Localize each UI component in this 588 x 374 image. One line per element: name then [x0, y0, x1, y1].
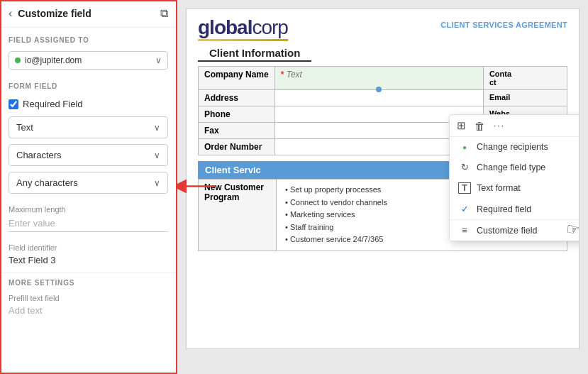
characters-dropdown[interactable]: Characters ∨	[9, 144, 168, 166]
logo-area: globalcorp	[198, 18, 288, 41]
client-info-heading: Client Information	[209, 47, 300, 59]
asterisk: *	[281, 70, 287, 79]
required-field-checkbox[interactable]	[9, 99, 18, 109]
more-icon[interactable]: ···	[494, 121, 505, 131]
required-field-checkbox-label: Required Field	[23, 99, 83, 109]
table-row: Address Email	[199, 90, 567, 106]
label-fax: Fax	[199, 123, 275, 139]
customize-field-icon: ≡	[458, 225, 471, 236]
max-length-input[interactable]	[9, 215, 168, 232]
menu-toolbar: ⊞ 🗑 ···	[450, 115, 579, 137]
grid-icon[interactable]: ⊞	[457, 119, 466, 132]
context-menu: ⊞ 🗑 ··· ● Change recipients › ↻ Change f…	[449, 114, 579, 241]
contact-email: Email	[483, 90, 567, 106]
text-dropdown-value: Text	[16, 122, 154, 133]
any-characters-chevron-icon: ∨	[154, 178, 160, 188]
required-field-item[interactable]: ✓ Required field	[450, 199, 579, 219]
field-identifier-value: Text Field 3	[0, 253, 177, 273]
arrow-right-icon3: ›	[579, 184, 579, 192]
left-panel: ‹ Customize field ⧉ FIELD ASSIGNED TO io…	[0, 0, 177, 374]
form-field-section: Required Field Text ∨ Characters ∨ Any c…	[0, 93, 177, 202]
right-panel: globalcorp CLIENT SERVICES AGREEMENT Cli…	[177, 0, 588, 374]
text-field-cell[interactable]: * Text	[274, 67, 483, 90]
change-field-type-label: Change field type	[477, 163, 573, 172]
chevron-down-icon: ∨	[155, 55, 162, 65]
new-customer-program-label: New Customer Program	[199, 180, 277, 251]
label-address: Address	[199, 90, 275, 106]
recipients-icon: ●	[458, 143, 471, 151]
arrow-right-icon: ›	[579, 143, 579, 151]
text-chevron-icon: ∨	[154, 123, 160, 133]
logo-underline	[198, 39, 288, 41]
change-field-type-icon: ↻	[458, 162, 471, 172]
app-container: ‹ Customize field ⧉ FIELD ASSIGNED TO io…	[0, 0, 588, 374]
table-row: Company Name * Text Contact	[199, 67, 567, 90]
field-assigned-dropdown[interactable]: io@jupiter.dom ∨	[9, 51, 168, 70]
logo-corp: corp	[252, 16, 287, 38]
field-assigned-group: io@jupiter.dom ∨	[0, 47, 177, 74]
arrow-right-icon2: ›	[579, 163, 579, 172]
panel-title: Customize field	[18, 8, 155, 19]
text-format-icon: T	[458, 182, 471, 194]
prefill-label: Prefill text field	[0, 290, 177, 304]
copy-icon: ⧉	[160, 7, 168, 19]
text-dropdown[interactable]: Text ∨	[9, 116, 168, 138]
label-phone: Phone	[199, 106, 275, 123]
required-field-label: Required field	[477, 204, 579, 214]
text-placeholder: Text	[287, 70, 302, 79]
change-recipients-item[interactable]: ● Change recipients ›	[450, 137, 579, 157]
label-order-number: Order Number	[199, 139, 275, 155]
field-assigned-label: FIELD ASSIGNED TO	[0, 28, 177, 47]
agreement-title: CLIENT SERVICES AGREEMENT	[440, 18, 567, 29]
any-characters-dropdown[interactable]: Any characters ∨	[9, 172, 168, 194]
field-identifier-label: Field identifier	[0, 241, 177, 253]
contact-header: Contact	[483, 67, 567, 90]
back-button[interactable]: ‹	[9, 7, 12, 20]
document-area: globalcorp CLIENT SERVICES AGREEMENT Cli…	[186, 9, 579, 349]
any-characters-dropdown-value: Any characters	[16, 177, 154, 188]
form-field-label: FORM FIELD	[0, 74, 177, 93]
label-company-name: Company Name	[199, 67, 275, 90]
max-length-label: Maximum length	[0, 202, 177, 215]
more-settings-label: MORE SETTINGS	[0, 273, 177, 290]
trash-icon[interactable]: 🗑	[475, 120, 485, 132]
text-format-label: Text format	[477, 183, 573, 193]
logo-text: globalcorp	[198, 18, 288, 38]
required-field-check-icon: ✓	[458, 204, 471, 214]
doc-header: globalcorp CLIENT SERVICES AGREEMENT	[187, 9, 579, 44]
status-dot	[15, 57, 21, 63]
back-icon: ‹	[9, 7, 12, 20]
customize-field-label: Customize field	[477, 226, 579, 236]
copy-button[interactable]: ⧉	[160, 7, 168, 20]
characters-chevron-icon: ∨	[154, 150, 160, 160]
field-dot	[376, 87, 382, 92]
prefill-input-display[interactable]: Add text	[0, 304, 177, 321]
change-recipients-label: Change recipients	[477, 142, 573, 152]
characters-dropdown-value: Characters	[16, 150, 154, 160]
change-field-type-item[interactable]: ↻ Change field type ›	[450, 157, 579, 177]
customize-field-item[interactable]: ≡ Customize field ☞	[450, 219, 579, 241]
required-field-row: Required Field	[9, 99, 168, 109]
logo-global: global	[198, 16, 252, 38]
text-format-item[interactable]: T Text format ›	[450, 177, 579, 199]
field-assigned-value: io@jupiter.dom	[25, 55, 155, 65]
panel-header: ‹ Customize field ⧉	[0, 0, 177, 28]
